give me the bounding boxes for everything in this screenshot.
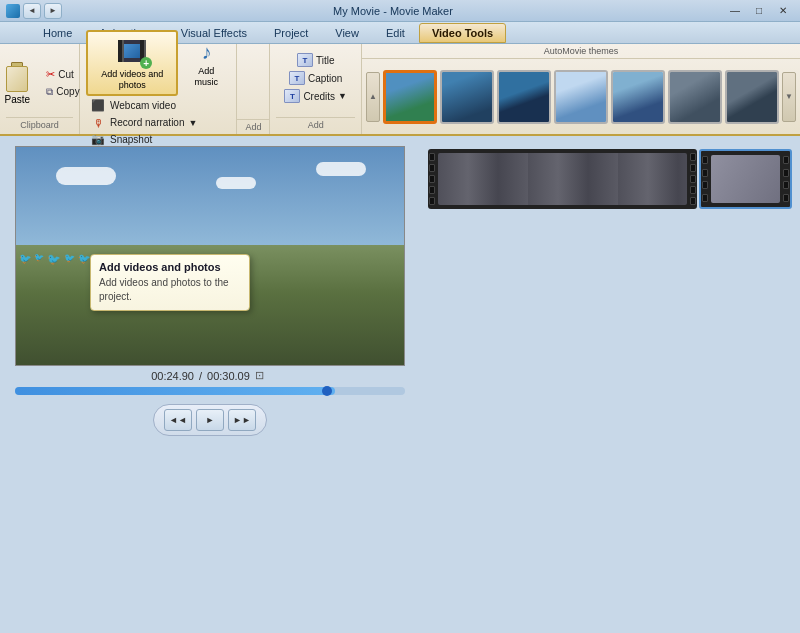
film-holes-left	[428, 149, 436, 209]
theme-6-preview	[670, 72, 720, 122]
tooltip-title: Add videos and photos	[99, 261, 241, 273]
film-hole-sr2	[783, 169, 789, 177]
themes-scroll-down[interactable]: ▼	[782, 72, 796, 122]
timeline-segment-main[interactable]	[428, 149, 697, 209]
text-group-content: T Title T Caption T Credits ▼	[276, 48, 355, 117]
progress-knob[interactable]	[322, 386, 332, 396]
theme-2-preview	[442, 72, 492, 122]
tab-video-tools[interactable]: Video Tools	[419, 23, 506, 43]
film-content-selected	[711, 155, 781, 203]
timeline-segment-selected[interactable]	[699, 149, 793, 209]
theme-4-preview	[556, 72, 606, 122]
film-content-main	[438, 153, 687, 205]
add-label: Add	[237, 119, 269, 134]
film-hole-r3	[690, 175, 696, 183]
small-buttons: ✂ Cut ⧉ Copy	[42, 66, 83, 100]
tooltip-description: Add videos and photos to the project.	[99, 276, 241, 304]
theme-4[interactable]	[554, 70, 608, 124]
text-group-label: Add	[276, 117, 355, 130]
film-hole-sr4	[783, 194, 789, 202]
progress-fill	[15, 387, 335, 395]
credits-icon: T	[284, 89, 300, 103]
play-button[interactable]: ►	[196, 409, 224, 431]
credits-button[interactable]: T Credits ▼	[280, 88, 351, 104]
caption-icon: T	[289, 71, 305, 85]
rewind-button[interactable]: ◄◄	[164, 409, 192, 431]
ribbon: Paste ✂ Cut ⧉ Copy Clipboard	[0, 44, 800, 136]
ribbon-group-clipboard: Paste ✂ Cut ⧉ Copy Clipboard	[0, 44, 80, 134]
tab-edit[interactable]: Edit	[373, 23, 418, 43]
back-button[interactable]: ◄	[23, 3, 41, 19]
record-narration-button[interactable]: 🎙 Record narration ▼	[86, 115, 230, 131]
progress-bar[interactable]	[15, 387, 405, 395]
window-controls: — □ ✕	[724, 3, 794, 19]
film-hole-s1	[702, 156, 708, 164]
fast-forward-button[interactable]: ►►	[228, 409, 256, 431]
tab-view[interactable]: View	[322, 23, 372, 43]
film-hole-s3	[702, 181, 708, 189]
close-button[interactable]: ✕	[772, 3, 794, 19]
credits-label: Credits	[303, 91, 335, 102]
film-hole-5	[429, 197, 435, 205]
paste-icon	[1, 60, 33, 92]
fullscreen-button[interactable]: ⊡	[255, 369, 269, 383]
film-hole-2	[429, 164, 435, 172]
add-videos-button[interactable]: + Add videos and photos	[86, 30, 178, 96]
title-label: Title	[316, 55, 335, 66]
window-title: My Movie - Movie Maker	[66, 5, 720, 17]
title-button[interactable]: T Title	[293, 52, 339, 68]
title-bar: ◄ ► My Movie - Movie Maker — □ ✕	[0, 0, 800, 22]
paste-main	[6, 66, 28, 92]
narration-dropdown-icon: ▼	[188, 118, 197, 128]
narration-label: Record narration	[110, 117, 184, 128]
cloud-3	[316, 162, 366, 176]
cloud-1	[56, 167, 116, 185]
themes-row: ▲ ▼	[362, 59, 800, 134]
narration-icon: 🎙	[90, 116, 106, 130]
webcam-video-button[interactable]: ⬛ Webcam video	[86, 98, 230, 114]
add-videos-label: Add videos and photos	[94, 69, 170, 91]
film-hole-sr1	[783, 156, 789, 164]
theme-7-preview	[727, 72, 777, 122]
film-hole-r2	[690, 164, 696, 172]
copy-button[interactable]: ⧉ Copy	[42, 84, 83, 100]
film-hole-sr3	[783, 181, 789, 189]
film-hole-3	[429, 175, 435, 183]
add-videos-icon: +	[114, 35, 150, 67]
clipboard-content: Paste ✂ Cut ⧉ Copy	[0, 48, 84, 117]
minimize-button[interactable]: —	[724, 3, 746, 19]
cut-button[interactable]: ✂ Cut	[42, 66, 83, 83]
film-holes-left-2	[701, 151, 709, 207]
paste-label: Paste	[5, 94, 31, 105]
time-display: 00:24.90 / 00:30.09 ⊡	[151, 369, 269, 383]
tab-project[interactable]: Project	[261, 23, 321, 43]
total-time: 00:30.09	[207, 370, 250, 382]
timeline-strip	[428, 144, 792, 214]
theme-5[interactable]	[611, 70, 665, 124]
paste-button[interactable]: Paste	[0, 56, 39, 109]
time-separator: /	[199, 370, 202, 382]
preview-area: Add videos and photos Add videos and pho…	[0, 136, 420, 633]
add-music-label: Add music	[186, 66, 226, 88]
maximize-button[interactable]: □	[748, 3, 770, 19]
add-music-button[interactable]: ♪ Add music	[182, 35, 230, 91]
theme-7[interactable]	[725, 70, 779, 124]
theme-3[interactable]	[497, 70, 551, 124]
film-holes-right-2	[782, 151, 790, 207]
forward-button[interactable]: ►	[44, 3, 62, 19]
theme-2[interactable]	[440, 70, 494, 124]
current-time: 00:24.90	[151, 370, 194, 382]
cut-icon: ✂	[46, 68, 55, 81]
tab-home[interactable]: Home	[30, 23, 85, 43]
themes-scroll-up[interactable]: ▲	[366, 72, 380, 122]
theme-1[interactable]	[383, 70, 437, 124]
scene-sky	[16, 147, 404, 245]
caption-button[interactable]: T Caption	[285, 70, 346, 86]
timeline-area	[420, 136, 800, 633]
clipboard-label: Clipboard	[6, 117, 73, 130]
webcam-label: Webcam video	[110, 100, 176, 111]
cloud-2	[216, 177, 256, 189]
theme-6[interactable]	[668, 70, 722, 124]
music-icon: ♪	[192, 38, 220, 66]
film-hole-s4	[702, 194, 708, 202]
